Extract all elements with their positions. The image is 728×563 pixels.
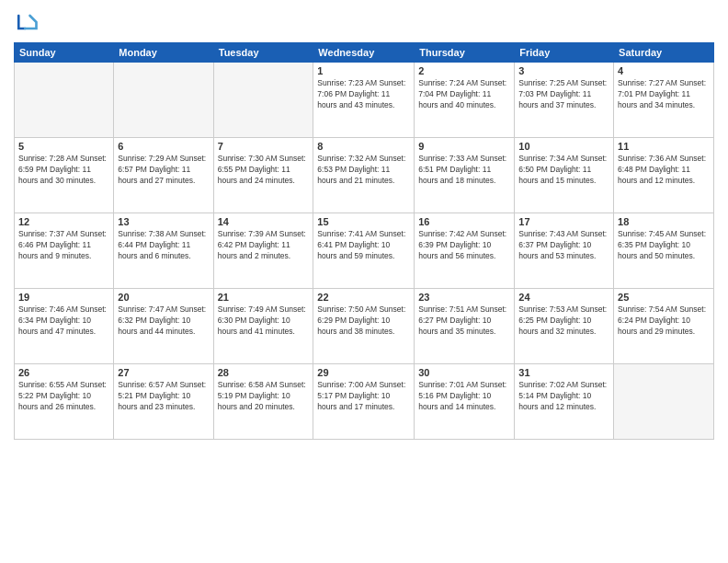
day-info: Sunrise: 7:50 AM Sunset: 6:29 PM Dayligh… (317, 304, 410, 338)
day-info: Sunrise: 7:54 AM Sunset: 6:24 PM Dayligh… (618, 304, 710, 338)
day-number: 26 (18, 367, 109, 378)
day-info: Sunrise: 7:36 AM Sunset: 6:48 PM Dayligh… (618, 154, 710, 187)
day-number: 10 (518, 141, 609, 152)
calendar-day-cell: 21Sunrise: 7:49 AM Sunset: 6:30 PM Dayli… (213, 289, 313, 364)
day-number: 24 (518, 292, 609, 303)
logo (14, 9, 43, 35)
calendar-day-cell: 8Sunrise: 7:32 AM Sunset: 6:53 PM Daylig… (313, 138, 415, 213)
day-number: 16 (418, 216, 510, 227)
calendar-day-cell: 26Sunrise: 6:55 AM Sunset: 5:22 PM Dayli… (15, 364, 114, 440)
day-info: Sunrise: 7:49 AM Sunset: 6:30 PM Dayligh… (218, 304, 310, 338)
calendar-header-row: SundayMondayTuesdayWednesdayThursdayFrid… (15, 43, 714, 63)
calendar-day-cell: 25Sunrise: 7:54 AM Sunset: 6:24 PM Dayli… (614, 289, 714, 364)
day-number: 13 (118, 216, 209, 227)
calendar-day-cell: 7Sunrise: 7:30 AM Sunset: 6:55 PM Daylig… (213, 138, 313, 213)
day-info: Sunrise: 7:28 AM Sunset: 6:59 PM Dayligh… (18, 154, 109, 187)
day-number: 7 (218, 141, 310, 152)
calendar-table: SundayMondayTuesdayWednesdayThursdayFrid… (14, 42, 714, 440)
day-number: 12 (18, 216, 109, 227)
calendar-day-cell: 15Sunrise: 7:41 AM Sunset: 6:41 PM Dayli… (313, 213, 415, 289)
day-info: Sunrise: 7:33 AM Sunset: 6:51 PM Dayligh… (418, 154, 510, 187)
calendar-day-header: Tuesday (213, 43, 313, 63)
day-info: Sunrise: 7:51 AM Sunset: 6:27 PM Dayligh… (418, 304, 510, 338)
calendar-day-cell: 3Sunrise: 7:25 AM Sunset: 7:03 PM Daylig… (515, 63, 614, 138)
calendar-day-cell: 22Sunrise: 7:50 AM Sunset: 6:29 PM Dayli… (313, 289, 415, 364)
day-number: 5 (18, 141, 109, 152)
day-info: Sunrise: 7:29 AM Sunset: 6:57 PM Dayligh… (118, 154, 209, 187)
day-number: 25 (618, 292, 710, 303)
calendar-day-cell: 11Sunrise: 7:36 AM Sunset: 6:48 PM Dayli… (614, 138, 714, 213)
day-number: 6 (118, 141, 209, 152)
calendar-day-cell: 17Sunrise: 7:43 AM Sunset: 6:37 PM Dayli… (515, 213, 614, 289)
day-info: Sunrise: 7:45 AM Sunset: 6:35 PM Dayligh… (618, 229, 710, 262)
day-number: 2 (418, 65, 510, 76)
header (14, 9, 714, 35)
day-number: 27 (118, 367, 209, 378)
calendar-week-row: 26Sunrise: 6:55 AM Sunset: 5:22 PM Dayli… (15, 364, 714, 440)
calendar-week-row: 19Sunrise: 7:46 AM Sunset: 6:34 PM Dayli… (15, 289, 714, 364)
calendar-day-cell: 12Sunrise: 7:37 AM Sunset: 6:46 PM Dayli… (15, 213, 114, 289)
calendar-week-row: 1Sunrise: 7:23 AM Sunset: 7:06 PM Daylig… (15, 63, 714, 138)
day-info: Sunrise: 7:39 AM Sunset: 6:42 PM Dayligh… (218, 229, 310, 262)
day-info: Sunrise: 7:34 AM Sunset: 6:50 PM Dayligh… (518, 154, 609, 187)
calendar-day-header: Monday (114, 43, 213, 63)
day-number: 11 (618, 141, 710, 152)
calendar-day-cell (114, 63, 213, 138)
calendar-day-cell: 5Sunrise: 7:28 AM Sunset: 6:59 PM Daylig… (15, 138, 114, 213)
calendar-day-header: Wednesday (313, 43, 415, 63)
calendar-day-cell: 18Sunrise: 7:45 AM Sunset: 6:35 PM Dayli… (614, 213, 714, 289)
day-info: Sunrise: 7:27 AM Sunset: 7:01 PM Dayligh… (618, 78, 710, 111)
day-number: 3 (518, 65, 609, 76)
calendar-day-cell: 6Sunrise: 7:29 AM Sunset: 6:57 PM Daylig… (114, 138, 213, 213)
day-number: 29 (317, 367, 410, 378)
day-info: Sunrise: 7:46 AM Sunset: 6:34 PM Dayligh… (18, 304, 109, 338)
calendar-day-header: Friday (515, 43, 614, 63)
day-info: Sunrise: 7:01 AM Sunset: 5:16 PM Dayligh… (418, 380, 510, 413)
calendar-day-cell: 28Sunrise: 6:58 AM Sunset: 5:19 PM Dayli… (213, 364, 313, 440)
day-info: Sunrise: 7:42 AM Sunset: 6:39 PM Dayligh… (418, 229, 510, 262)
calendar-day-header: Sunday (15, 43, 114, 63)
day-info: Sunrise: 7:23 AM Sunset: 7:06 PM Dayligh… (317, 78, 410, 111)
day-number: 20 (118, 292, 209, 303)
calendar-day-cell: 23Sunrise: 7:51 AM Sunset: 6:27 PM Dayli… (415, 289, 515, 364)
logo-icon (14, 9, 40, 35)
day-info: Sunrise: 6:55 AM Sunset: 5:22 PM Dayligh… (18, 380, 109, 413)
day-info: Sunrise: 7:47 AM Sunset: 6:32 PM Dayligh… (118, 304, 209, 338)
calendar-day-cell: 16Sunrise: 7:42 AM Sunset: 6:39 PM Dayli… (415, 213, 515, 289)
calendar-day-cell (614, 364, 714, 440)
day-number: 4 (618, 65, 710, 76)
day-info: Sunrise: 7:32 AM Sunset: 6:53 PM Dayligh… (317, 154, 410, 187)
calendar-day-header: Thursday (415, 43, 515, 63)
calendar-day-cell: 31Sunrise: 7:02 AM Sunset: 5:14 PM Dayli… (515, 364, 614, 440)
page: SundayMondayTuesdayWednesdayThursdayFrid… (0, 0, 728, 563)
day-number: 14 (218, 216, 310, 227)
calendar-day-cell: 4Sunrise: 7:27 AM Sunset: 7:01 PM Daylig… (614, 63, 714, 138)
calendar-day-cell: 29Sunrise: 7:00 AM Sunset: 5:17 PM Dayli… (313, 364, 415, 440)
day-number: 22 (317, 292, 410, 303)
calendar-day-cell (213, 63, 313, 138)
day-info: Sunrise: 7:43 AM Sunset: 6:37 PM Dayligh… (518, 229, 609, 262)
calendar-day-cell: 13Sunrise: 7:38 AM Sunset: 6:44 PM Dayli… (114, 213, 213, 289)
day-number: 9 (418, 141, 510, 152)
calendar-day-cell: 9Sunrise: 7:33 AM Sunset: 6:51 PM Daylig… (415, 138, 515, 213)
day-number: 28 (218, 367, 310, 378)
calendar-day-header: Saturday (614, 43, 714, 63)
day-info: Sunrise: 7:00 AM Sunset: 5:17 PM Dayligh… (317, 380, 410, 413)
day-info: Sunrise: 6:57 AM Sunset: 5:21 PM Dayligh… (118, 380, 209, 413)
day-info: Sunrise: 7:53 AM Sunset: 6:25 PM Dayligh… (518, 304, 609, 338)
day-number: 18 (618, 216, 710, 227)
day-number: 15 (317, 216, 410, 227)
calendar-day-cell: 14Sunrise: 7:39 AM Sunset: 6:42 PM Dayli… (213, 213, 313, 289)
day-info: Sunrise: 7:25 AM Sunset: 7:03 PM Dayligh… (518, 78, 609, 111)
day-info: Sunrise: 7:37 AM Sunset: 6:46 PM Dayligh… (18, 229, 109, 262)
calendar-day-cell: 30Sunrise: 7:01 AM Sunset: 5:16 PM Dayli… (415, 364, 515, 440)
day-info: Sunrise: 7:02 AM Sunset: 5:14 PM Dayligh… (518, 380, 609, 413)
calendar-week-row: 12Sunrise: 7:37 AM Sunset: 6:46 PM Dayli… (15, 213, 714, 289)
day-info: Sunrise: 7:30 AM Sunset: 6:55 PM Dayligh… (218, 154, 310, 187)
day-number: 8 (317, 141, 410, 152)
day-number: 1 (317, 65, 410, 76)
calendar-day-cell: 1Sunrise: 7:23 AM Sunset: 7:06 PM Daylig… (313, 63, 415, 138)
day-info: Sunrise: 7:41 AM Sunset: 6:41 PM Dayligh… (317, 229, 410, 262)
calendar-day-cell: 19Sunrise: 7:46 AM Sunset: 6:34 PM Dayli… (15, 289, 114, 364)
day-number: 23 (418, 292, 510, 303)
